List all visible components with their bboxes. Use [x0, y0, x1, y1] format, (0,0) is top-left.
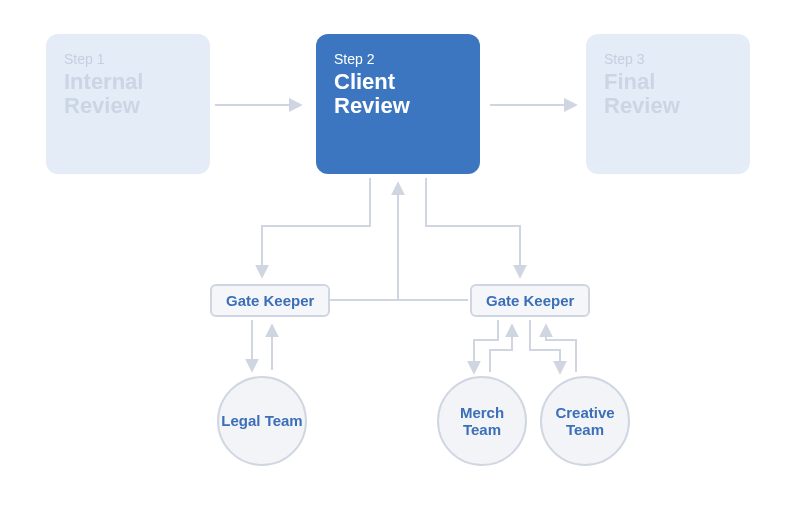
step-3-title: Final Review: [604, 70, 732, 118]
team-creative-label: Creative Team: [542, 404, 628, 439]
team-creative: Creative Team: [540, 376, 630, 466]
team-legal: Legal Team: [217, 376, 307, 466]
gatekeeper-2: Gate Keeper: [470, 284, 590, 317]
team-legal-label: Legal Team: [221, 412, 302, 429]
gatekeeper-1-label: Gate Keeper: [226, 292, 314, 309]
step-2-box: Step 2 Client Review: [316, 34, 480, 174]
step-2-label: Step 2: [334, 50, 462, 68]
step-3-box: Step 3 Final Review: [586, 34, 750, 174]
step-1-box: Step 1 Internal Review: [46, 34, 210, 174]
gatekeeper-2-label: Gate Keeper: [486, 292, 574, 309]
step-2-title: Client Review: [334, 70, 462, 118]
step-1-label: Step 1: [64, 50, 192, 68]
team-merch: Merch Team: [437, 376, 527, 466]
gatekeeper-1: Gate Keeper: [210, 284, 330, 317]
step-1-title: Internal Review: [64, 70, 192, 118]
step-3-label: Step 3: [604, 50, 732, 68]
team-merch-label: Merch Team: [439, 404, 525, 439]
